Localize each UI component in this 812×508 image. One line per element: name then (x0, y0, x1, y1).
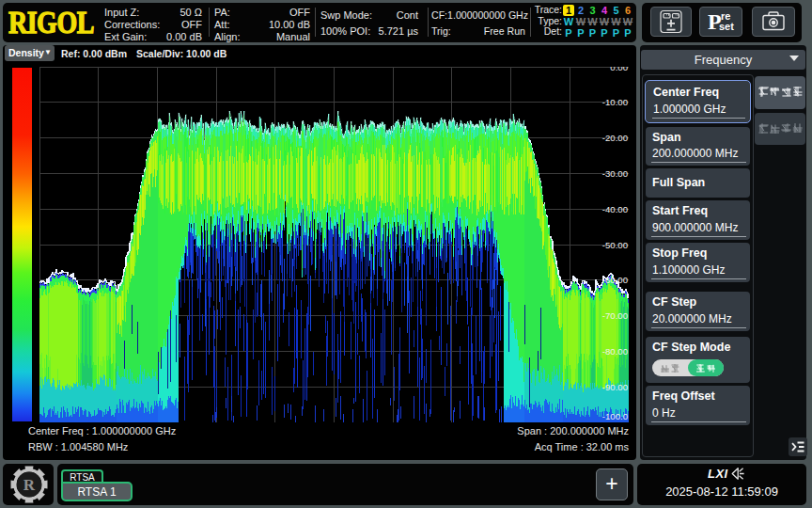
svg-text:-30.00: -30.00 (602, 168, 628, 179)
svg-text:R: R (23, 476, 36, 494)
svg-text:-100.0: -100.0 (602, 411, 628, 421)
svg-text:-10.00: -10.00 (602, 97, 628, 107)
svg-text:-20.00: -20.00 (602, 133, 628, 143)
svg-text:-80.00: -80.00 (602, 346, 628, 357)
svg-text:-60.00: -60.00 (602, 275, 628, 285)
svg-text:-70.00: -70.00 (602, 310, 628, 321)
svg-text:0.00: 0.00 (610, 67, 628, 72)
svg-text:-40.00: -40.00 (602, 204, 628, 214)
svg-text:-50.00: -50.00 (602, 240, 628, 250)
svg-text:-90.00: -90.00 (602, 382, 628, 392)
